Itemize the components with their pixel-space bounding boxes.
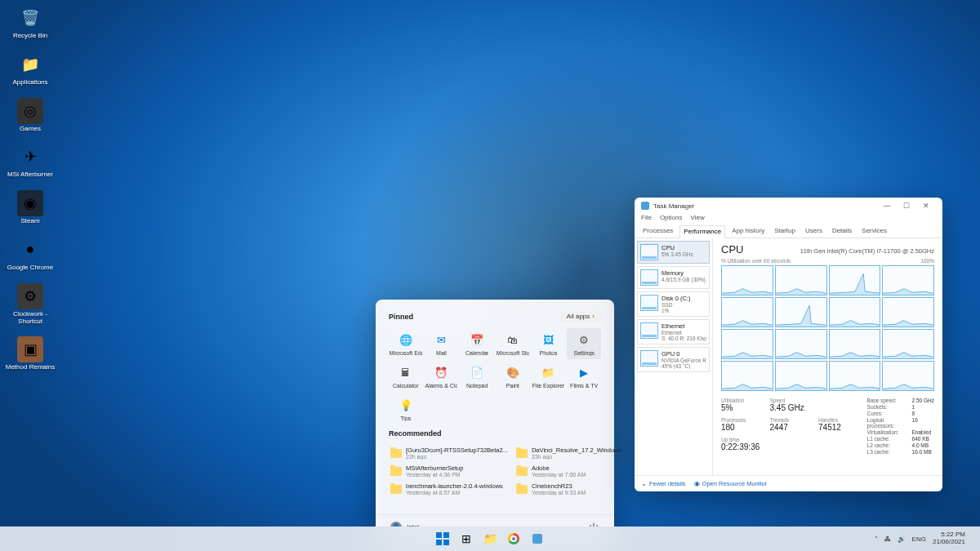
core-graph-1 bbox=[775, 265, 827, 295]
desktop-icon-label: Clockwork - Shortcut bbox=[5, 311, 56, 326]
menu-options[interactable]: Options bbox=[660, 214, 683, 225]
svg-rect-0 bbox=[436, 532, 442, 538]
perf-side-disk-0-c-[interactable]: Disk 0 (C:)SSD1% bbox=[637, 291, 710, 317]
tab-startup[interactable]: Startup bbox=[771, 225, 799, 238]
pinned-app-microsoft-edge[interactable]: 🌐Microsoft Edge bbox=[389, 328, 423, 359]
recommended-heading: Recommended bbox=[389, 429, 442, 438]
minimize-button[interactable]: — bbox=[877, 198, 897, 213]
recommended-time: 22h ago bbox=[406, 454, 508, 460]
desktop-icon-7[interactable]: ▣Method Remains bbox=[5, 336, 56, 371]
taskbar-task-view[interactable]: ⊞ bbox=[456, 528, 477, 549]
perf-sidebar: CPU5% 3.45 GHzMemory4.8/15.9 GB (30%)Dis… bbox=[635, 238, 713, 475]
pinned-app-calendar[interactable]: 📅Calendar bbox=[460, 328, 494, 359]
close-button[interactable]: ✕ bbox=[916, 198, 936, 213]
start-button[interactable] bbox=[432, 528, 453, 549]
pinned-app-films-tv[interactable]: ▶Films & TV bbox=[567, 361, 601, 392]
pinned-app-label: File Explorer bbox=[532, 383, 564, 389]
taskbar-file-explorer[interactable]: 📁 bbox=[479, 528, 501, 549]
pinned-app-mail[interactable]: ✉Mail bbox=[425, 328, 459, 359]
pinned-app-label: Microsoft Edge bbox=[390, 350, 422, 356]
pinned-app-label: Photos bbox=[540, 350, 558, 356]
folder-icon bbox=[516, 449, 528, 458]
pinned-app-paint[interactable]: 🎨Paint bbox=[496, 361, 530, 392]
taskbar: ⊞ 📁 ˄ 🖧 🔊 ENG 5:22 PM 21/06/2021 bbox=[0, 527, 980, 551]
desktop-icon-5[interactable]: ●Google Chrome bbox=[5, 237, 56, 272]
tray-volume-icon[interactable]: 🔊 bbox=[898, 535, 906, 543]
perf-side-cpu[interactable]: CPU5% 3.45 GHz bbox=[637, 241, 710, 264]
pinned-app-notepad[interactable]: 📄Notepad bbox=[460, 361, 494, 392]
core-graph-11 bbox=[882, 329, 934, 359]
recommended-item-2[interactable]: MSIAfterburnerSetupYesterday at 4:36 PM bbox=[389, 462, 510, 480]
desktop-icon-label: Games bbox=[20, 126, 41, 133]
maximize-button[interactable]: ☐ bbox=[897, 198, 916, 213]
pinned-app-file-explorer[interactable]: 📁File Explorer bbox=[532, 361, 566, 392]
window-title: Task Manager bbox=[653, 202, 694, 210]
desktop-icon-2[interactable]: ◎Games bbox=[5, 98, 56, 133]
open-resource-monitor-link[interactable]: ◉ Open Resource Monitor bbox=[694, 480, 768, 487]
recommended-item-0[interactable]: [Guru3Dcom]-RTSSSetup732Beta2...22h ago bbox=[389, 444, 510, 462]
pinned-app-label: Microsoft Store bbox=[497, 350, 529, 356]
recommended-name: MSIAfterburnerSetup bbox=[406, 464, 463, 472]
core-graph-15 bbox=[882, 361, 934, 391]
core-graph-2 bbox=[829, 265, 881, 295]
recommended-item-3[interactable]: AdobeYesterday at 7:00 AM bbox=[514, 462, 623, 480]
tab-services[interactable]: Services bbox=[858, 225, 890, 238]
pinned-app-label: Tips bbox=[400, 415, 411, 421]
task-manager-window: Task Manager — ☐ ✕ FileOptionsView Proce… bbox=[635, 198, 942, 491]
util-label: % Utilisation over 60 seconds bbox=[721, 258, 791, 264]
recommended-item-5[interactable]: CinebenchR23Yesterday at 9:33 AM bbox=[514, 480, 623, 498]
taskbar-task-manager[interactable] bbox=[527, 528, 548, 549]
core-graph-0 bbox=[721, 265, 773, 295]
desktop-icon-3[interactable]: ✈MSI Afterburner bbox=[5, 144, 56, 179]
core-graph-6 bbox=[829, 297, 881, 327]
desktop-icon-0[interactable]: 🗑️Recycle Bin bbox=[5, 5, 56, 40]
tray-network-icon[interactable]: 🖧 bbox=[884, 535, 891, 543]
recommended-time: Yesterday at 9:33 AM bbox=[532, 490, 586, 495]
recommended-item-4[interactable]: benchmark-launcher-2.0.4-windowsYesterda… bbox=[389, 480, 510, 498]
menu-file[interactable]: File bbox=[641, 214, 652, 225]
pinned-app-label: Calculator bbox=[393, 383, 419, 389]
pinned-app-calculator[interactable]: 🖩Calculator bbox=[389, 361, 423, 392]
tab-app-history[interactable]: App history bbox=[728, 225, 768, 238]
pinned-app-photos[interactable]: 🖼Photos bbox=[532, 328, 566, 359]
pinned-app-settings[interactable]: ⚙Settings bbox=[567, 328, 601, 359]
pinned-app-label: Paint bbox=[506, 383, 519, 389]
perf-side-ethernet[interactable]: EthernetEthernetS: 40.0 R: 216 Kbps bbox=[637, 319, 710, 344]
taskbar-chrome[interactable] bbox=[503, 528, 524, 549]
mini-graph bbox=[640, 350, 658, 367]
desktop-icon-1[interactable]: 📁Applications bbox=[5, 51, 56, 87]
perf-side-memory[interactable]: Memory4.8/15.9 GB (30%) bbox=[637, 266, 710, 289]
fewer-details-button[interactable]: ⌄ Fewer details bbox=[641, 480, 686, 487]
cpu-model: 11th Gen Intel(R) Core(TM) i7-11700 @ 2.… bbox=[800, 247, 934, 255]
pinned-app-microsoft-store[interactable]: 🛍Microsoft Store bbox=[496, 328, 530, 359]
core-graph-8 bbox=[721, 329, 773, 359]
tray-chevron[interactable]: ˄ bbox=[875, 535, 878, 543]
desktop-icon-6[interactable]: ⚙Clockwork - Shortcut bbox=[5, 283, 56, 326]
core-graph-12 bbox=[721, 361, 773, 391]
tray-clock[interactable]: 5:22 PM 21/06/2021 bbox=[933, 531, 965, 546]
pinned-app-label: Mail bbox=[436, 350, 447, 356]
pinned-app-tips[interactable]: 💡Tips bbox=[389, 393, 423, 424]
recommended-name: benchmark-launcher-2.0.4-windows bbox=[406, 482, 503, 490]
tab-performance[interactable]: Performance bbox=[679, 225, 725, 238]
folder-icon bbox=[390, 449, 402, 458]
tray-language[interactable]: ENG bbox=[912, 535, 926, 543]
pinned-app-label: Calendar bbox=[466, 350, 488, 356]
perf-side-gpu-0[interactable]: GPU 0NVIDIA GeForce RTX ...45% (43 °C) bbox=[637, 347, 710, 372]
pinned-app-alarms-clock[interactable]: ⏰Alarms & Clock bbox=[425, 361, 459, 392]
task-manager-icon bbox=[641, 202, 649, 210]
window-titlebar[interactable]: Task Manager — ☐ ✕ bbox=[635, 198, 942, 214]
cpu-graphs bbox=[721, 265, 934, 391]
perf-heading: CPU bbox=[721, 243, 743, 256]
desktop-icon-4[interactable]: ◉Steam bbox=[5, 190, 56, 225]
menu-view[interactable]: View bbox=[690, 214, 704, 225]
tab-details[interactable]: Details bbox=[829, 225, 855, 238]
tab-processes[interactable]: Processes bbox=[639, 225, 676, 238]
recommended-item-1[interactable]: DaVinci_Resolve_17.2_Windows23h ago bbox=[514, 444, 623, 462]
svg-rect-3 bbox=[443, 540, 449, 545]
folder-icon bbox=[516, 485, 528, 494]
all-apps-button[interactable]: All apps› bbox=[560, 311, 601, 322]
pinned-app-label: Films & TV bbox=[570, 383, 598, 389]
svg-rect-1 bbox=[443, 532, 449, 538]
tab-users[interactable]: Users bbox=[802, 225, 826, 238]
